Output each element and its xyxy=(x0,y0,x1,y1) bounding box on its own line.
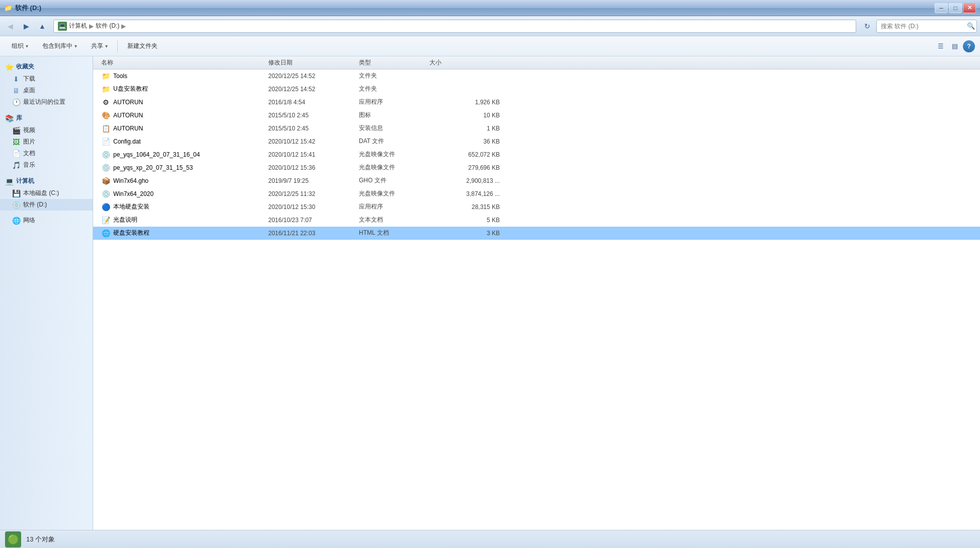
music-icon: 🎵 xyxy=(12,161,20,169)
file-date: 2020/10/12 15:30 xyxy=(268,203,359,211)
sidebar-item-download[interactable]: ⬇ 下载 xyxy=(0,73,93,85)
file-icon: 💿 xyxy=(101,150,110,159)
sidebar-item-network[interactable]: 🌐 网络 xyxy=(0,215,93,226)
file-size: 652,072 KB xyxy=(429,151,500,158)
table-row[interactable]: 📁 U盘安装教程 2020/12/25 14:52 文件夹 xyxy=(93,83,980,96)
table-row[interactable]: 📦 Win7x64.gho 2019/9/7 19:25 GHO 文件 2,90… xyxy=(93,174,980,187)
sidebar-item-disk-d[interactable]: 💿 软件 (D:) xyxy=(0,199,93,211)
forward-button[interactable]: ▶ xyxy=(19,19,33,33)
search-input[interactable] xyxy=(876,20,977,33)
image-icon: 🖼 xyxy=(12,138,20,146)
network-icon: 🌐 xyxy=(12,217,20,225)
video-icon: 🎬 xyxy=(12,126,20,134)
address-bar[interactable]: 💻 计算机 ▶ 软件 (D:) ▶ xyxy=(53,20,856,33)
file-type: 文件夹 xyxy=(359,85,429,93)
view-list-button[interactable]: ▤ xyxy=(949,40,961,52)
view-toggle-button[interactable]: ☰ xyxy=(935,40,947,52)
address-part-2[interactable]: 软件 (D:) xyxy=(96,22,119,30)
share-button[interactable]: 共享 ▾ xyxy=(85,39,114,54)
file-icon: 📁 xyxy=(101,85,110,94)
desktop-label: 桌面 xyxy=(23,86,35,95)
table-row[interactable]: 🔵 本地硬盘安装 2020/10/12 15:30 应用程序 28,315 KB xyxy=(93,200,980,214)
file-name-text: 本地硬盘安装 xyxy=(113,202,149,211)
file-area: 名称 修改日期 类型 大小 📁 Tools 2020/12/25 14:52 文… xyxy=(93,56,980,530)
col-header-type[interactable]: 类型 xyxy=(359,58,429,67)
favorites-section: ⭐ 收藏夹 ⬇ 下载 🖥 桌面 🕐 最近访问的位置 xyxy=(0,60,93,108)
table-row[interactable]: 📄 Config.dat 2020/10/12 15:42 DAT 文件 36 … xyxy=(93,135,980,148)
col-header-name[interactable]: 名称 xyxy=(97,58,268,67)
up-button[interactable]: ▲ xyxy=(35,19,49,33)
titlebar-title: 📁 软件 (D:) xyxy=(4,4,41,13)
file-size: 3,874,126 ... xyxy=(429,190,500,197)
file-name: 📋 AUTORUN xyxy=(97,124,268,133)
address-part-1[interactable]: 计算机 xyxy=(69,22,87,30)
sidebar-item-disk-c[interactable]: 💾 本地磁盘 (C:) xyxy=(0,187,93,199)
favorites-header[interactable]: ⭐ 收藏夹 xyxy=(0,60,93,73)
recent-label: 最近访问的位置 xyxy=(23,98,65,106)
minimize-button[interactable]: ─ xyxy=(935,3,948,13)
file-date: 2020/10/12 15:41 xyxy=(268,151,359,158)
table-row[interactable]: 📁 Tools 2020/12/25 14:52 文件夹 xyxy=(93,70,980,83)
network-section: 🌐 网络 xyxy=(0,215,93,226)
file-size: 5 KB xyxy=(429,217,500,224)
sidebar-item-music[interactable]: 🎵 音乐 xyxy=(0,159,93,171)
file-name: 💿 pe_yqs_xp_20_07_31_15_53 xyxy=(97,163,268,172)
computer-label: 计算机 xyxy=(16,177,34,185)
file-icon: ⚙ xyxy=(101,98,110,107)
share-label: 共享 xyxy=(91,42,103,50)
sidebar-item-desktop[interactable]: 🖥 桌面 xyxy=(0,85,93,96)
back-button[interactable]: ◀ xyxy=(3,19,17,33)
file-name: 📝 光盘说明 xyxy=(97,216,268,225)
sidebar-item-recent[interactable]: 🕐 最近访问的位置 xyxy=(0,96,93,108)
file-type: GHO 文件 xyxy=(359,176,429,185)
sidebar-item-doc[interactable]: 📄 文档 xyxy=(0,148,93,159)
col-header-date[interactable]: 修改日期 xyxy=(268,58,359,67)
file-name-text: Win7x64.gho xyxy=(113,177,148,184)
sidebar-item-video[interactable]: 🎬 视频 xyxy=(0,124,93,136)
file-size: 1 KB xyxy=(429,125,500,132)
table-row[interactable]: 🎨 AUTORUN 2015/5/10 2:45 图标 10 KB xyxy=(93,109,980,122)
disk-c-label: 本地磁盘 (C:) xyxy=(23,189,59,197)
video-label: 视频 xyxy=(23,126,35,134)
table-row[interactable]: 💿 pe_yqs_1064_20_07_31_16_04 2020/10/12 … xyxy=(93,148,980,161)
file-type: 应用程序 xyxy=(359,202,429,211)
new-folder-button[interactable]: 新建文件夹 xyxy=(121,39,164,54)
file-type: DAT 文件 xyxy=(359,137,429,146)
file-date: 2019/9/7 19:25 xyxy=(268,177,359,184)
table-row[interactable]: 📋 AUTORUN 2015/5/10 2:45 安装信息 1 KB xyxy=(93,122,980,135)
refresh-button[interactable]: ↻ xyxy=(860,19,874,33)
table-row[interactable]: ⚙ AUTORUN 2016/1/8 4:54 应用程序 1,926 KB xyxy=(93,96,980,109)
address-separator-2: ▶ xyxy=(121,23,126,30)
close-button[interactable]: ✕ xyxy=(963,3,976,13)
file-name: 📁 U盘安装教程 xyxy=(97,85,268,94)
file-date: 2016/10/23 7:07 xyxy=(268,217,359,224)
table-row[interactable]: 🌐 硬盘安装教程 2016/11/21 22:03 HTML 文档 3 KB xyxy=(93,227,980,240)
file-type: 图标 xyxy=(359,111,429,119)
table-row[interactable]: 💿 Win7x64_2020 2020/12/25 11:32 光盘映像文件 3… xyxy=(93,187,980,200)
include-library-button[interactable]: 包含到库中 ▾ xyxy=(36,39,84,54)
table-row[interactable]: 📝 光盘说明 2016/10/23 7:07 文本文档 5 KB xyxy=(93,214,980,227)
col-header-size[interactable]: 大小 xyxy=(429,58,500,67)
organize-label: 组织 xyxy=(12,42,24,50)
file-icon: 🎨 xyxy=(101,111,110,120)
maximize-button[interactable]: □ xyxy=(949,3,962,13)
file-size: 2,900,813 ... xyxy=(429,177,500,184)
share-arrow: ▾ xyxy=(105,43,108,49)
window-controls: ─ □ ✕ xyxy=(935,3,976,13)
library-section: 📚 库 🎬 视频 🖼 图片 📄 文档 🎵 音乐 xyxy=(0,112,93,171)
image-label: 图片 xyxy=(23,138,35,146)
help-button[interactable]: ? xyxy=(963,40,975,52)
computer-header[interactable]: 💻 计算机 xyxy=(0,175,93,187)
view-controls: ☰ ▤ ? xyxy=(935,40,975,52)
organize-button[interactable]: 组织 ▾ xyxy=(5,39,35,54)
file-list: 📁 Tools 2020/12/25 14:52 文件夹 📁 U盘安装教程 20… xyxy=(93,70,980,530)
table-row[interactable]: 💿 pe_yqs_xp_20_07_31_15_53 2020/10/12 15… xyxy=(93,161,980,174)
search-wrapper: 🔍 xyxy=(876,20,977,33)
file-name-text: pe_yqs_1064_20_07_31_16_04 xyxy=(113,151,200,158)
file-date: 2016/1/8 4:54 xyxy=(268,99,359,106)
titlebar: 📁 软件 (D:) ─ □ ✕ xyxy=(0,0,980,16)
file-size: 10 KB xyxy=(429,112,500,119)
sidebar-item-image[interactable]: 🖼 图片 xyxy=(0,136,93,148)
library-header[interactable]: 📚 库 xyxy=(0,112,93,124)
main-container: ⭐ 收藏夹 ⬇ 下载 🖥 桌面 🕐 最近访问的位置 📚 库 🎬 xyxy=(0,56,980,530)
